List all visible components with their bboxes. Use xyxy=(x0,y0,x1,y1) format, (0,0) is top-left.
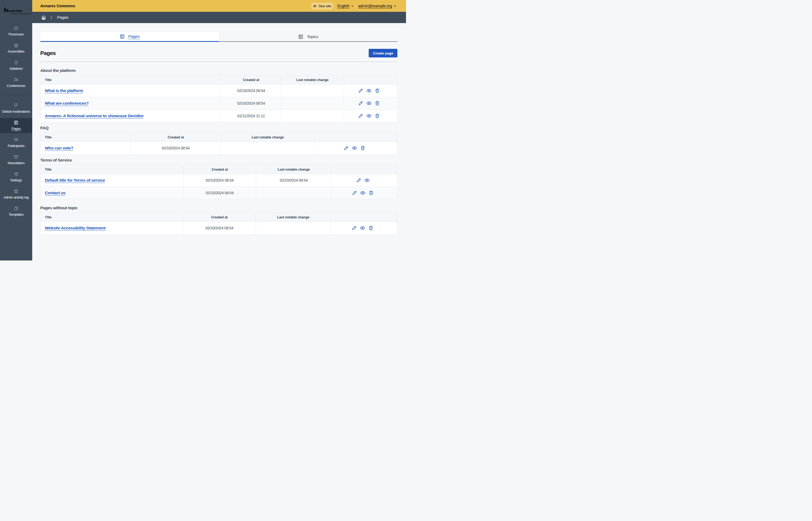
last-change-cell: 02/10/2024 08:54 xyxy=(256,174,332,187)
language-label: English xyxy=(337,4,349,8)
column-header-last-change: Last notable change xyxy=(221,133,315,142)
edit-icon[interactable] xyxy=(358,100,363,106)
preview-icon[interactable] xyxy=(366,100,371,106)
decidim-logo[interactable]: decidim free open-source democracy xyxy=(0,0,32,23)
column-header-created-at: Created at xyxy=(131,133,221,142)
section-terms-of-service: Terms of Service Title Created at Last n… xyxy=(40,157,398,199)
flag-icon xyxy=(14,103,19,108)
sidebar-item-label: Conferences xyxy=(7,84,25,88)
sidebar-item-admin-activity-log[interactable]: Admin activity log xyxy=(0,186,32,203)
see-site-button[interactable]: See site xyxy=(311,3,333,9)
sidebar-item-assemblies[interactable]: Assemblies xyxy=(0,40,32,57)
breadcrumb-current[interactable]: Pages xyxy=(57,15,68,20)
column-header-title: Title xyxy=(41,213,183,222)
sidebar-item-templates[interactable]: Templates xyxy=(0,203,32,220)
last-change-cell xyxy=(221,142,315,155)
sidebar-item-newsletters[interactable]: Newsletters xyxy=(0,151,32,168)
sidebar-item-label: Participants xyxy=(8,143,25,148)
column-header-last-change: Last notable change xyxy=(281,75,344,85)
tab-topics-label: Topics xyxy=(307,35,318,39)
edit-icon[interactable] xyxy=(356,178,361,183)
sidebar-nav: Processes Assemblies Initiatives Confere… xyxy=(0,23,32,220)
lightbulb-flash-icon xyxy=(14,60,19,65)
section-pages-without-topic: Pages without topic Title Created at Las… xyxy=(40,205,398,234)
sidebar-item-label: Assemblies xyxy=(8,49,24,54)
sidebar-item-processes[interactable]: Processes xyxy=(0,23,32,40)
page-link[interactable]: What are conferences? xyxy=(45,101,89,106)
article-icon xyxy=(14,189,19,194)
preview-icon[interactable] xyxy=(360,190,365,196)
last-change-cell xyxy=(281,110,344,122)
edit-icon[interactable] xyxy=(358,88,363,93)
column-header-actions xyxy=(331,213,398,222)
sidebar-item-conferences[interactable]: Conferences xyxy=(0,74,32,91)
tab-pages[interactable]: Pages xyxy=(40,32,219,42)
created-at-cell: 02/10/2024 08:54 xyxy=(221,97,281,110)
column-header-actions xyxy=(344,75,398,85)
table-row: What is the platform 02/10/2024 08:54 xyxy=(41,85,398,97)
language-selector[interactable]: English xyxy=(337,4,354,8)
header-divider xyxy=(40,62,398,62)
pages-table: Title Created at Last notable change Who… xyxy=(40,133,398,155)
user-menu[interactable]: admin@example.org xyxy=(358,4,397,8)
sidebar: decidim free open-source democracy Proce… xyxy=(0,0,32,260)
page-link[interactable]: Website Accessibility Statement xyxy=(45,226,106,230)
table-row: Website Accessibility Statement 02/10/20… xyxy=(41,222,398,234)
delete-icon[interactable] xyxy=(375,113,380,119)
preview-icon[interactable] xyxy=(360,225,365,231)
edit-icon[interactable] xyxy=(352,190,357,196)
column-header-actions xyxy=(315,133,398,142)
sidebar-item-participants[interactable]: Participants xyxy=(0,134,32,151)
sidebar-item-global-moderations[interactable]: Global moderations xyxy=(0,100,32,117)
tab-topics[interactable]: Topics xyxy=(219,32,398,42)
delete-icon[interactable] xyxy=(368,225,373,231)
edit-icon[interactable] xyxy=(343,145,349,151)
column-header-title: Title xyxy=(41,75,221,85)
column-header-last-change: Last notable change xyxy=(256,213,331,222)
sidebar-item-pages[interactable]: Pages xyxy=(0,118,32,133)
page-link[interactable]: Contact us xyxy=(45,190,65,195)
preview-icon[interactable] xyxy=(352,145,357,151)
delete-icon[interactable] xyxy=(368,190,374,196)
last-change-cell xyxy=(256,222,331,234)
page-link[interactable]: Annares: A fictionnal universe to showca… xyxy=(45,113,143,118)
edit-icon[interactable] xyxy=(351,225,357,231)
breadcrumb-separator: / xyxy=(51,15,52,20)
sidebar-item-initiatives[interactable]: Initiatives xyxy=(0,57,32,74)
row-actions xyxy=(332,190,397,196)
team-icon xyxy=(14,137,19,142)
column-header-created-at: Created at xyxy=(183,213,256,222)
eye-icon xyxy=(313,4,317,8)
page-link[interactable]: What is the platform xyxy=(45,88,83,93)
column-header-title: Title xyxy=(41,133,131,142)
section-faq: FAQ Title Created at Last notable change… xyxy=(40,125,398,155)
created-at-cell: 02/10/2024 08:54 xyxy=(183,222,256,234)
government-icon xyxy=(14,43,19,48)
row-actions xyxy=(344,88,397,93)
page-link[interactable]: Default title for Terms of service xyxy=(45,178,105,182)
create-page-button[interactable]: Create page xyxy=(369,49,398,58)
preview-icon[interactable] xyxy=(364,178,370,183)
preview-icon[interactable] xyxy=(366,88,371,93)
delete-icon[interactable] xyxy=(360,145,365,151)
sidebar-item-label: Settings xyxy=(10,178,22,182)
created-at-cell: 02/10/2024 08:54 xyxy=(131,142,221,155)
column-header-title: Title xyxy=(41,165,184,174)
edit-icon[interactable] xyxy=(358,113,363,119)
home-gear-icon[interactable] xyxy=(41,15,46,20)
pages-icon xyxy=(120,34,125,39)
tab-bar: Pages Topics xyxy=(40,32,398,42)
svg-text:decidim: decidim xyxy=(11,9,23,13)
sidebar-item-settings[interactable]: Settings xyxy=(0,168,32,186)
sidebar-item-label: Templates xyxy=(8,212,23,217)
topbar: Annares Commons See site English admin@e… xyxy=(32,0,406,12)
sidebar-item-label: Processes xyxy=(8,32,24,37)
delete-icon[interactable] xyxy=(375,88,380,93)
pages-table: Title Created at Last notable change Wha… xyxy=(40,75,398,122)
page-link[interactable]: Who can vote? xyxy=(45,146,73,150)
delete-icon[interactable] xyxy=(375,100,380,106)
created-at-cell: 02/10/2024 08:54 xyxy=(221,85,281,97)
table-row: What are conferences? 02/10/2024 08:54 xyxy=(41,97,398,110)
preview-icon[interactable] xyxy=(366,113,371,119)
column-header-last-change: Last notable change xyxy=(256,165,332,174)
